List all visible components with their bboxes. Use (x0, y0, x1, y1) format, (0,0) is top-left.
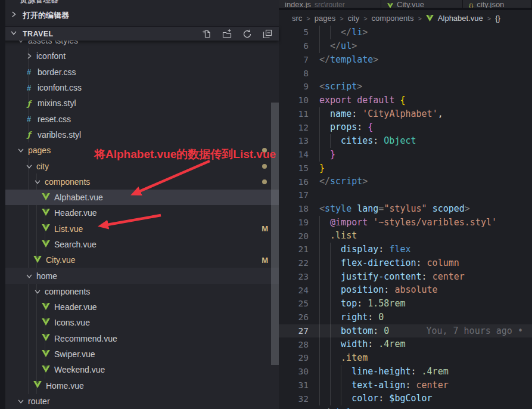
code-line[interactable]: 22flex-direction: column (279, 256, 532, 270)
code-line[interactable]: 28width: .4rem (279, 337, 532, 351)
code-line[interactable]: 11name: 'CityAlphabet', (279, 107, 532, 121)
tree-item-label: Alphabet.vue (54, 193, 103, 202)
tree-item-label: reset.css (38, 114, 71, 124)
indent-guide (330, 26, 341, 39)
indent-guide (330, 351, 341, 365)
line-number: 19 (279, 218, 309, 227)
tree-item-label: components (45, 177, 90, 187)
breadcrumb-item[interactable]: src (292, 14, 302, 23)
tree-item[interactable]: Alphabet.vue (0, 190, 279, 205)
code-line[interactable]: 33</style> (279, 405, 532, 409)
tree-item[interactable]: #reset.css (0, 111, 279, 126)
indent-guide (330, 256, 341, 270)
code-line[interactable]: 7</template> (279, 53, 532, 67)
code-line[interactable]: 8 (279, 66, 532, 80)
code-line[interactable]: 14} (279, 148, 532, 162)
refresh-button[interactable] (242, 29, 252, 39)
sidebar-scrollbar[interactable] (271, 103, 279, 365)
tree-item[interactable]: ƒmixins.styl (0, 95, 279, 111)
tree-item[interactable]: Home.vue (0, 378, 279, 393)
code-line[interactable]: 23justify-content: center (279, 270, 532, 284)
tree-item[interactable]: Header.vue (0, 205, 279, 221)
indent-guide (319, 216, 330, 230)
new-folder-button[interactable] (222, 29, 232, 39)
tree-item[interactable]: components (0, 174, 279, 190)
code-line[interactable]: 20.list (279, 229, 532, 243)
code-line[interactable]: 21display: flex (279, 243, 532, 256)
collapse-all-button[interactable] (263, 29, 272, 39)
tree-item-label: Header.vue (54, 208, 97, 218)
chevron-down-icon (16, 145, 26, 155)
explorer-title-text: 资源管理器 (0, 0, 279, 5)
code-line[interactable]: 30line-height: .4rem (279, 365, 532, 379)
line-number: 13 (279, 136, 309, 145)
tree-item-label: Swiper.vue (54, 349, 95, 359)
open-editors-section-header[interactable]: 打开的编辑器 (0, 6, 279, 25)
code-line[interactable]: 24position: absolute (279, 283, 532, 297)
git-modified-badge: M (262, 256, 268, 265)
breadcrumb-item[interactable]: components (372, 14, 414, 23)
line-number: 20 (279, 231, 309, 241)
indent-guide (330, 337, 341, 351)
editor-tab[interactable]: {}city.json (463, 0, 532, 8)
tree-item[interactable]: Weekend.vue (0, 362, 279, 377)
code-line[interactable]: 16</script> (279, 175, 532, 188)
tree-item[interactable]: ƒvaribles.styl (0, 127, 279, 142)
tree-item-label: Header.vue (54, 302, 97, 312)
vue-file-icon (41, 303, 50, 312)
line-number: 24 (279, 286, 309, 295)
code-line[interactable]: 17 (279, 188, 532, 202)
indent-guide (319, 351, 330, 365)
code-line[interactable]: 29.item (279, 351, 532, 365)
code-line[interactable]: 19@import '~styles/varibles.styl' (279, 216, 532, 230)
tree-item[interactable]: #iconfont.css (0, 80, 279, 95)
breadcrumb-item[interactable]: Alphabet.vue (438, 14, 483, 23)
breadcrumb-item[interactable]: city (348, 14, 360, 23)
code-line[interactable]: 15} (279, 162, 532, 175)
open-editors-label: 打开的编辑器 (23, 10, 69, 21)
chevron-down-icon (33, 287, 42, 296)
vue-file-icon (41, 193, 50, 202)
tree-item-label: City.vue (46, 255, 76, 265)
tree-item[interactable]: components (0, 284, 279, 299)
code-line[interactable]: 26right: 0 (279, 311, 532, 324)
new-file-button[interactable] (202, 29, 211, 39)
tree-item[interactable]: Header.vue (0, 299, 279, 315)
editor-tab[interactable]: City.vue (381, 0, 463, 8)
tree-item[interactable]: Swiper.vue (0, 346, 279, 362)
tree-item[interactable]: home (0, 268, 279, 283)
tree-item[interactable]: Search.vue (0, 237, 279, 252)
code-line[interactable]: 13cities: Object (279, 134, 532, 148)
code-line[interactable]: 18<style lang="stylus" scoped> (279, 202, 532, 216)
indent-guide (319, 365, 330, 379)
indent-guide (341, 392, 351, 405)
tree-item[interactable]: List.vueM (0, 221, 279, 237)
code-line[interactable]: 25top: 1.58rem (279, 297, 532, 311)
breadcrumb-item[interactable]: {} (495, 14, 500, 23)
editor-area: index.jssrc\routerCity.vue{}city.json sr… (279, 0, 532, 409)
chevron-down-icon (24, 271, 34, 281)
breadcrumb-item[interactable]: pages (315, 14, 335, 23)
code-line[interactable]: 27bottom: 0You, 7 hours ago • (279, 324, 532, 338)
code-line[interactable]: 5</li> (279, 26, 532, 39)
indent-guide (341, 379, 351, 392)
tree-item[interactable]: #border.css (0, 64, 279, 80)
tree-item[interactable]: router (0, 393, 279, 409)
code-line[interactable]: 9<script> (279, 80, 532, 94)
indent-guide (319, 26, 330, 39)
code-line[interactable]: 6</ul> (279, 39, 532, 53)
vue-file-icon (41, 209, 50, 218)
tree-item-label: iconfont (36, 51, 66, 61)
tree-item[interactable]: Recommend.vue (0, 331, 279, 346)
tree-item[interactable]: Icons.vue (0, 315, 279, 330)
tree-item[interactable]: iconfont (0, 48, 279, 64)
travel-section-header[interactable]: TRAVEL (0, 26, 279, 41)
tree-item[interactable]: City.vueM (0, 252, 279, 268)
code-editor[interactable]: 5</li>6</ul>7</template>89<script>10expo… (279, 26, 532, 409)
code-line[interactable]: 12props: { (279, 120, 532, 134)
code-line[interactable]: 31text-align: center (279, 379, 532, 392)
code-line[interactable]: 10export default { (279, 94, 532, 107)
code-line[interactable]: 32color: $bgColor (279, 392, 532, 405)
indent-guide (319, 229, 330, 243)
editor-tab[interactable]: index.jssrc\router (279, 0, 381, 8)
